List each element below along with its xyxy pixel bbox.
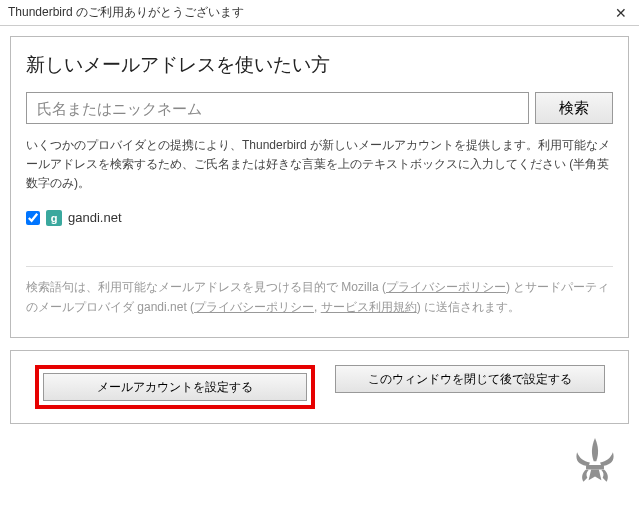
close-icon[interactable]: ✕ — [611, 5, 631, 21]
setup-account-button[interactable]: メールアカウントを設定する — [43, 373, 307, 401]
provider-name: gandi.net — [68, 210, 122, 225]
main-panel: 新しいメールアドレスを使いたい方 検索 いくつかのプロバイダとの提携により、Th… — [10, 36, 629, 338]
gandi-tos-link[interactable]: サービス利用規約 — [321, 300, 417, 314]
button-panel: メールアカウントを設定する このウィンドウを閉じて後で設定する — [10, 350, 629, 424]
fleur-de-lis-icon — [563, 433, 627, 497]
highlight-box: メールアカウントを設定する — [35, 365, 315, 409]
description-text: いくつかのプロバイダとの提携により、Thunderbird が新しいメールアカウ… — [26, 136, 613, 194]
gandi-icon: g — [46, 210, 62, 226]
divider — [26, 266, 613, 267]
footer-text-3: , — [314, 300, 321, 314]
name-input[interactable] — [26, 92, 529, 124]
provider-checkbox[interactable] — [26, 211, 40, 225]
panel-heading: 新しいメールアドレスを使いたい方 — [26, 52, 613, 78]
close-later-button[interactable]: このウィンドウを閉じて後で設定する — [335, 365, 605, 393]
footer-text-4: ) に送信されます。 — [417, 300, 520, 314]
footer-text-1: 検索語句は、利用可能なメールアドレスを見つける目的で Mozilla ( — [26, 280, 386, 294]
search-button[interactable]: 検索 — [535, 92, 613, 124]
svg-rect-0 — [586, 465, 604, 469]
mozilla-privacy-link[interactable]: プライバシーポリシー — [386, 280, 506, 294]
gandi-privacy-link[interactable]: プライバシーポリシー — [194, 300, 314, 314]
titlebar: Thunderbird のご利用ありがとうございます ✕ — [0, 0, 639, 26]
search-row: 検索 — [26, 92, 613, 124]
window-title: Thunderbird のご利用ありがとうございます — [8, 4, 244, 21]
provider-row: g gandi.net — [26, 210, 613, 226]
privacy-footer: 検索語句は、利用可能なメールアドレスを見つける目的で Mozilla (プライバ… — [26, 277, 613, 318]
content-area: 新しいメールアドレスを使いたい方 検索 いくつかのプロバイダとの提携により、Th… — [0, 26, 639, 424]
